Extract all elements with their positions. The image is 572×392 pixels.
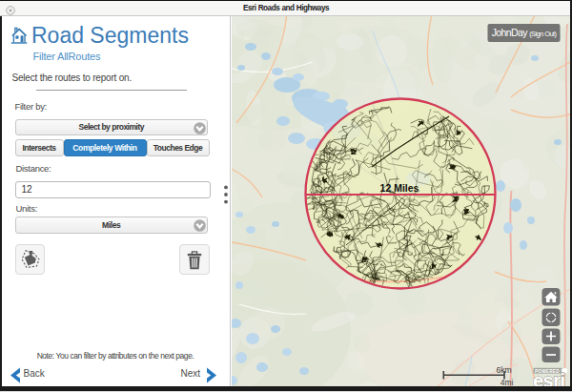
svg-text:6km: 6km [496,365,511,375]
svg-text:esri: esri [533,370,565,387]
svg-text:4mi: 4mi [500,378,513,387]
svg-text:12 Miles: 12 Miles [379,182,419,194]
